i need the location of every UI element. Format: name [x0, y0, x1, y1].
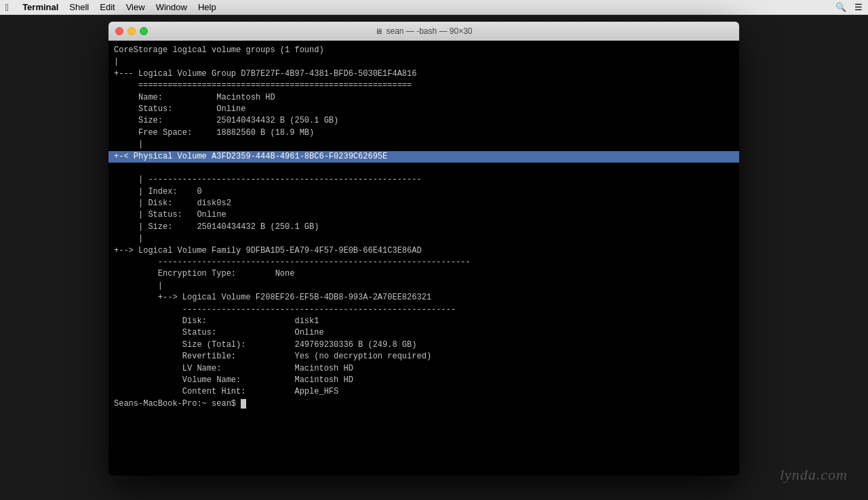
terminal-line: Disk: disk1: [114, 316, 319, 326]
terminal-line: | Index: 0: [114, 187, 202, 196]
terminal-line: +--- Logical Volume Group D7B7E27F-4B97-…: [114, 69, 416, 79]
titlebar-title: 🖥 sean — -bash — 90×30: [375, 26, 472, 36]
menu-help[interactable]: Help: [198, 2, 216, 12]
terminal-line: |: [114, 281, 163, 291]
terminal-line: | Size: 250140434432 B (250.1 GB): [114, 222, 319, 232]
menu-window[interactable]: Window: [156, 2, 187, 12]
terminal-line: Status: Online: [114, 104, 245, 114]
terminal-line: Free Space: 18882560 B (18.9 MB): [114, 128, 314, 138]
menu-edit[interactable]: Edit: [100, 2, 115, 12]
minimize-button[interactable]: [127, 27, 136, 35]
menubar-right: 🔍 ☰: [835, 2, 863, 12]
terminal-line: ----------------------------------------…: [114, 305, 456, 314]
terminal-line: ========================================…: [114, 81, 412, 90]
close-button[interactable]: [115, 27, 123, 35]
terminal-line: Name: Macintosh HD: [114, 93, 275, 102]
window-title: sean — -bash — 90×30: [386, 26, 472, 36]
terminal-titlebar: 🖥 sean — -bash — 90×30: [108, 22, 739, 41]
terminal-line: LV Name: Macintosh HD: [114, 364, 353, 373]
menubar:  Terminal Shell Edit View Window Help 🔍…: [0, 0, 868, 15]
terminal-line: ----------------------------------------…: [114, 257, 471, 267]
terminal-line: |: [114, 57, 119, 66]
maximize-button[interactable]: [140, 27, 148, 35]
terminal-line: Size: 250140434432 B (250.1 GB): [114, 116, 338, 125]
lynda-watermark: lynda.com: [780, 466, 848, 484]
terminal-line: | Disk: disk0s2: [114, 199, 231, 208]
menu-view[interactable]: View: [126, 2, 145, 12]
terminal-line: Volume Name: Macintosh HD: [114, 375, 353, 385]
terminal-line: | --------------------------------------…: [114, 175, 422, 184]
terminal-line: Content Hint: Apple_HFS: [114, 387, 338, 396]
terminal-line: |: [114, 140, 143, 149]
terminal-line: +--> Logical Volume Family 9DFBA1D5-EA79…: [114, 246, 422, 255]
terminal-line: Encryption Type: None: [114, 269, 294, 278]
terminal-line: +--> Logical Volume F208EF26-EF5B-4DB8-9…: [114, 293, 431, 302]
terminal-line: | Status: Online: [114, 210, 226, 220]
terminal-line: |: [114, 234, 143, 243]
menu-shell[interactable]: Shell: [69, 2, 89, 12]
cursor: [241, 399, 246, 409]
terminal-icon: 🖥: [375, 27, 382, 35]
terminal-line: CoreStorage logical volume groups (1 fou…: [114, 45, 324, 55]
highlighted-line: +-< Physical Volume A3FD2359-444B-4961-8…: [108, 151, 739, 163]
terminal-line: Size (Total): 249769230336 B (249.8 GB): [114, 340, 416, 350]
terminal-window: 🖥 sean — -bash — 90×30 CoreStorage logic…: [108, 22, 739, 476]
terminal-content[interactable]: CoreStorage logical volume groups (1 fou…: [108, 41, 739, 476]
menu-extras[interactable]: ☰: [854, 2, 863, 12]
traffic-lights: [115, 27, 148, 35]
terminal-line: Revertible: Yes (no decryption required): [114, 352, 431, 361]
apple-menu[interactable]: : [5, 2, 9, 13]
search-icon[interactable]: 🔍: [835, 2, 846, 12]
prompt-line: Seans-MacBook-Pro:~ sean$: [114, 399, 246, 409]
menu-terminal[interactable]: Terminal: [22, 2, 58, 12]
terminal-line: Status: Online: [114, 328, 324, 337]
